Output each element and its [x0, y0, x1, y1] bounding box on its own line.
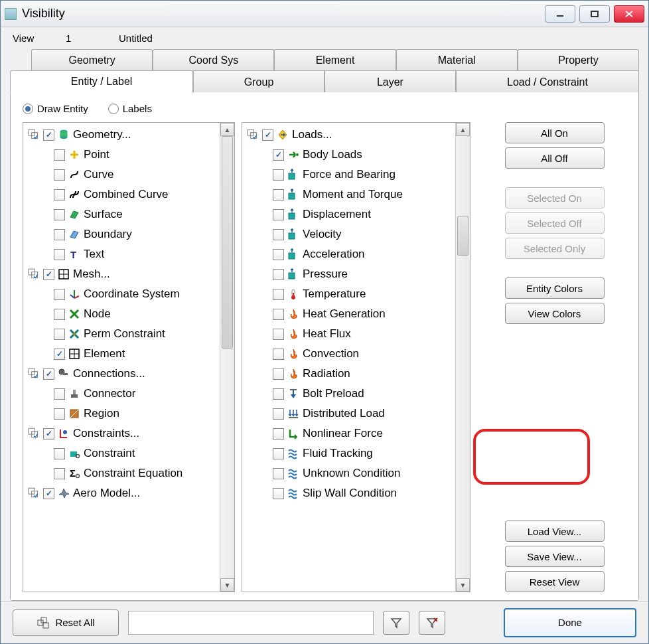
checkbox[interactable] [273, 488, 284, 499]
checkbox[interactable] [273, 368, 284, 380]
checkbox[interactable] [273, 229, 284, 240]
checkbox[interactable] [273, 468, 284, 479]
checkbox[interactable] [273, 189, 284, 201]
scroll-thumb[interactable] [457, 216, 469, 256]
tree-child[interactable]: Constraint [26, 443, 232, 463]
tab-coord-sys[interactable]: Coord Sys [153, 49, 274, 71]
tree-child[interactable]: Radiation [245, 364, 467, 384]
tree-child[interactable]: ΣConstraint Equation [26, 463, 232, 483]
checkbox[interactable] [54, 189, 65, 201]
checkbox[interactable] [54, 309, 65, 320]
checkbox[interactable] [273, 448, 284, 459]
checkbox[interactable] [273, 329, 284, 340]
checkbox[interactable] [43, 368, 54, 380]
minimize-button[interactable] [545, 5, 575, 23]
tree-child[interactable]: Surface [26, 204, 232, 224]
checkbox[interactable] [54, 388, 65, 400]
draw-entity-radio[interactable]: Draw Entity [23, 103, 88, 114]
checkbox[interactable] [43, 269, 54, 280]
tree-child[interactable]: Point [26, 145, 232, 165]
tree-parent[interactable]: Geometry... [26, 125, 232, 145]
tree-parent[interactable]: Loads... [245, 125, 467, 145]
scroll-down-icon[interactable]: ▼ [220, 578, 234, 592]
save-view-button[interactable]: Save View... [505, 546, 605, 567]
done-button[interactable]: Done [504, 608, 636, 637]
tree-child[interactable]: Combined Curve [26, 185, 232, 204]
view-colors-button[interactable]: View Colors [505, 303, 605, 324]
scroll-up-icon[interactable]: ▲ [220, 123, 234, 136]
tree-child[interactable]: Displacement [245, 204, 467, 224]
scroll-down-icon[interactable]: ▼ [456, 578, 470, 592]
checkbox[interactable] [273, 408, 284, 420]
checkbox[interactable] [54, 408, 65, 420]
checkbox[interactable] [43, 488, 54, 499]
checkbox[interactable] [43, 129, 54, 141]
checkbox[interactable] [54, 249, 65, 260]
tree-parent[interactable]: Constraints... [26, 424, 232, 443]
all-on-button[interactable]: All On [505, 122, 605, 143]
tab-material[interactable]: Material [396, 49, 518, 71]
tree-child[interactable]: Distributed Load [245, 404, 467, 424]
checkbox[interactable] [273, 169, 284, 181]
tab-load-constraint[interactable]: Load / Constraint [456, 70, 639, 93]
search-box[interactable] [128, 611, 374, 635]
tree-child[interactable]: Element [26, 344, 232, 364]
tree-child[interactable]: Perm Constraint [26, 324, 232, 344]
tab-group[interactable]: Group [193, 70, 324, 93]
tab-property[interactable]: Property [518, 49, 639, 71]
tree-child[interactable]: Force and Bearing [245, 165, 467, 185]
tree-child[interactable]: Body Loads [245, 145, 467, 165]
checkbox[interactable] [54, 329, 65, 340]
tree-child[interactable]: Temperature [245, 284, 467, 304]
tree-parent[interactable]: Aero Model... [26, 483, 232, 503]
checkbox[interactable] [273, 309, 284, 320]
tree-child[interactable]: Heat Flux [245, 324, 467, 344]
tree-parent[interactable]: Mesh... [26, 264, 232, 284]
filter-button[interactable] [383, 611, 409, 635]
checkbox[interactable] [273, 269, 284, 280]
maximize-button[interactable] [579, 5, 610, 23]
tree-child[interactable]: Moment and Torque [245, 185, 467, 204]
checkbox[interactable] [54, 289, 65, 300]
tree-child[interactable]: TText [26, 244, 232, 264]
reset-view-button[interactable]: Reset View [505, 571, 605, 592]
tree-child[interactable]: Node [26, 304, 232, 324]
checkbox[interactable] [54, 149, 65, 161]
tree-child[interactable]: Fluid Tracking [245, 443, 467, 463]
scroll-thumb[interactable] [222, 136, 233, 349]
checkbox[interactable] [273, 209, 284, 220]
all-off-button[interactable]: All Off [505, 147, 605, 169]
tab-element[interactable]: Element [274, 49, 396, 71]
selected-on-button[interactable]: Selected On [505, 187, 605, 208]
checkbox[interactable] [273, 249, 284, 260]
checkbox[interactable] [273, 349, 284, 360]
tree-child[interactable]: Pressure [245, 264, 467, 284]
checkbox[interactable] [273, 149, 284, 161]
tab-entity-label[interactable]: Entity / Label [10, 70, 193, 93]
entity-colors-button[interactable]: Entity Colors [505, 278, 605, 299]
tab-geometry[interactable]: Geometry [31, 49, 153, 71]
selected-off-button[interactable]: Selected Off [505, 212, 605, 234]
tree-child[interactable]: Curve [26, 165, 232, 185]
search-input[interactable] [129, 611, 373, 634]
checkbox[interactable] [54, 468, 65, 479]
checkbox[interactable] [54, 448, 65, 459]
tab-layer[interactable]: Layer [324, 70, 456, 93]
reset-all-button[interactable]: Reset All [13, 609, 119, 636]
selected-only-button[interactable]: Selected Only [505, 238, 605, 259]
checkbox[interactable] [43, 428, 54, 440]
checkbox[interactable] [273, 428, 284, 440]
tree-child[interactable]: Nonlinear Force [245, 424, 467, 443]
tree-parent[interactable]: Connections... [26, 364, 232, 384]
tree-child[interactable]: Heat Generation [245, 304, 467, 324]
tree-child[interactable]: Coordinate System [26, 284, 232, 304]
labels-radio[interactable]: Labels [108, 103, 152, 114]
tree-child[interactable]: Unknown Condition [245, 463, 467, 483]
checkbox[interactable] [54, 209, 65, 220]
tree-child[interactable]: Convection [245, 344, 467, 364]
close-button[interactable] [614, 5, 644, 23]
clear-filter-button[interactable] [419, 611, 445, 635]
checkbox[interactable] [262, 129, 273, 141]
tree-child[interactable]: Acceleration [245, 244, 467, 264]
checkbox[interactable] [273, 388, 284, 400]
